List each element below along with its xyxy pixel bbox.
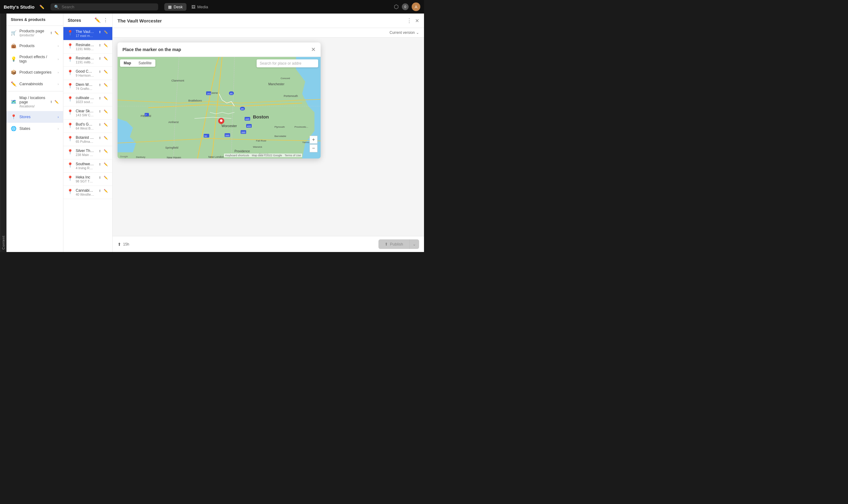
store-item-13[interactable]: 📍 Cannabis Connection of ... 40 Westfiel… (64, 186, 112, 199)
map-dialog-close-button[interactable]: ✕ (311, 46, 316, 53)
svg-text:Claremont: Claremont (172, 79, 184, 82)
store-up-icon-7[interactable]: ⬆ (98, 109, 102, 114)
svg-text:90: 90 (204, 135, 207, 138)
store-addr-6: 1023 southbridge st, worcest... (76, 100, 94, 104)
store-up-icon-2[interactable]: ⬆ (98, 43, 102, 48)
store-item-2[interactable]: 📍 Resinate worcester rec 1191 Millbury S… (64, 40, 112, 54)
more-options-icon[interactable]: ⋮ (407, 17, 412, 24)
store-edit-icon-6[interactable]: ✏️ (103, 96, 109, 101)
brand-edit-icon[interactable]: ✏️ (39, 5, 44, 9)
edit-icon[interactable]: ✏️ (54, 31, 59, 35)
store-edit-icon-7[interactable]: ✏️ (103, 109, 109, 114)
store-edit-icon-4[interactable]: ✏️ (103, 69, 109, 74)
store-actions-6: ⬆ ✏️ (98, 96, 109, 101)
sidebar-item-product-effects[interactable]: 💡 Product effects / tags › (6, 52, 63, 67)
sidebar-item-stores[interactable]: 📍 Stores › (6, 111, 63, 123)
sidebar-item-map-locations[interactable]: 🗺️ Map / locations page /locations/ ⬆ ✏️ (6, 93, 63, 111)
store-edit-icon-13[interactable]: ✏️ (103, 188, 109, 194)
store-item-3[interactable]: 📍 Resinate Inc- Worcester 1191 millbury … (64, 54, 112, 67)
keyboard-shortcuts[interactable]: Keyboard shortcuts (225, 154, 249, 157)
publish-button[interactable]: ⬆ Publish (378, 239, 409, 249)
store-edit-icon-8[interactable]: ✏️ (103, 122, 109, 127)
store-item-8[interactable]: 📍 Bud's Goods & Provision... 64 West Boy… (64, 120, 112, 133)
sidebar-item-states[interactable]: 🌐 States › (6, 123, 63, 134)
sidebar-item-product-categories[interactable]: 📦 Product categories › (6, 67, 63, 78)
store-edit-icon-2[interactable]: ✏️ (103, 43, 109, 48)
store-edit-icon-10[interactable]: ✏️ (103, 149, 109, 154)
store-info-10: Silver Therapeutics 238 Main Street, Wil… (76, 149, 94, 157)
svg-text:Springfield: Springfield (165, 146, 178, 149)
publish-dropdown-button[interactable]: ⌄ (409, 239, 419, 249)
store-item-10[interactable]: 📍 Silver Therapeutics 238 Main Street, W… (64, 146, 112, 159)
store-pin-icon-9: 📍 (67, 136, 73, 142)
search-bar[interactable]: 🔍 (51, 3, 158, 11)
store-edit-icon-9[interactable]: ✏️ (103, 136, 109, 141)
svg-text:95: 95 (241, 108, 244, 110)
tab-desk[interactable]: ▦ Desk (164, 3, 186, 11)
store-edit-icon-1[interactable]: ✏️ (103, 30, 109, 35)
edit-icon-2[interactable]: ✏️ (54, 100, 59, 104)
sidebar-item-products-page[interactable]: 🛒 Products page /products/ ⬆ ✏️ (6, 26, 63, 40)
store-pin-icon-3: 📍 (67, 56, 73, 62)
sidebar-item-products[interactable]: 👜 Products › (6, 40, 63, 52)
store-up-icon-4[interactable]: ⬆ (98, 69, 102, 74)
store-item-6[interactable]: 📍 cultivate Worcester 1023 southbridge s… (64, 93, 112, 106)
avatar[interactable]: A (412, 2, 420, 11)
search-input[interactable] (61, 5, 155, 9)
store-up-icon-10[interactable]: ⬆ (98, 149, 102, 154)
tab-map[interactable]: Map (120, 59, 135, 67)
store-item-1[interactable]: 📍 The Vault Worcester 17 east mountain s… (64, 27, 112, 40)
store-info-6: cultivate Worcester 1023 southbridge st,… (76, 96, 94, 104)
tab-media[interactable]: 🖼 Media (188, 3, 212, 11)
version-selector[interactable]: Current version ⌄ (390, 31, 419, 35)
up-arrow-icon[interactable]: ⬆ (50, 31, 53, 35)
store-up-icon-3[interactable]: ⬆ (98, 56, 102, 61)
sidebar-label-product-effects: Product effects / tags (19, 55, 54, 64)
store-up-icon-8[interactable]: ⬆ (98, 122, 102, 127)
store-item-7[interactable]: 📍 Clear Sky Worcester 143 SW Cuttoff, Wo… (64, 106, 112, 120)
store-edit-icon-3[interactable]: ✏️ (103, 56, 109, 61)
store-addr-3: 1191 millbury st, Worcester, M... (76, 60, 94, 64)
store-up-icon-6[interactable]: ⬆ (98, 96, 102, 101)
stores-more-icon[interactable]: ⋮ (103, 17, 108, 23)
stores-edit-icon[interactable]: ✏️ (94, 17, 101, 23)
terms-link[interactable]: Terms of Use (285, 154, 301, 157)
store-up-icon-12[interactable]: ⬆ (98, 175, 102, 180)
store-item-9[interactable]: 📍 Botanist - Worcester 65 Pullman Street… (64, 133, 112, 146)
lightbulb-icon: 💡 (11, 56, 16, 62)
box-icon-button[interactable]: ⬡ (394, 3, 399, 10)
store-name-9: Botanist - Worcester (76, 136, 94, 140)
store-up-icon-9[interactable]: ⬆ (98, 136, 102, 141)
map-search-input[interactable]: Search for place or addre (257, 59, 318, 67)
sidebar-item-cannabinoids[interactable]: ✏️ Cannabinoids › (6, 78, 63, 90)
up-arrow-icon-2[interactable]: ⬆ (50, 100, 53, 104)
store-pin-icon-6: 📍 (67, 96, 73, 102)
store-up-icon-5[interactable]: ⬆ (98, 83, 102, 88)
stores-panel-title: Stores (68, 18, 81, 23)
version-bar: Current version ⌄ (113, 28, 424, 38)
chevron-down-icon: ⌄ (416, 31, 419, 35)
store-item-4[interactable]: 📍 Good Chemistry REC 9 Harrison St, Worc… (64, 67, 112, 80)
close-icon[interactable]: ✕ (415, 18, 419, 24)
store-addr-7: 143 SW Cuttoff, Worcester, M... (76, 113, 94, 117)
zoom-out-button[interactable]: − (309, 144, 318, 152)
svg-text:Manchester: Manchester (268, 83, 285, 86)
store-edit-icon-11[interactable]: ✏️ (103, 162, 109, 167)
store-item-5[interactable]: 📍 Diem Worcester 74 Grafton St, Worceste… (64, 80, 112, 93)
store-name-4: Good Chemistry REC (76, 69, 94, 74)
store-pin-icon-2: 📍 (67, 43, 73, 49)
notification-badge[interactable]: 0 (402, 3, 409, 10)
store-item-11[interactable]: 📍 Southwest Alternative C... 4 Irving Ro… (64, 159, 112, 173)
store-edit-icon-5[interactable]: ✏️ (103, 83, 109, 88)
store-up-icon-11[interactable]: ⬆ (98, 162, 102, 167)
store-up-icon-13[interactable]: ⬆ (98, 188, 102, 194)
zoom-in-button[interactable]: + (309, 136, 318, 144)
store-pin-icon-1: 📍 (67, 30, 73, 36)
globe-icon: 🌐 (11, 126, 16, 131)
store-item-12[interactable]: 📍 Heka Inc 98 SGT TM Dion, Westfield, ..… (64, 173, 112, 186)
store-addr-1: 17 east mountain st, worceste... (76, 34, 94, 38)
tab-satellite[interactable]: Satellite (135, 59, 156, 67)
box-icon: 📦 (11, 70, 16, 75)
store-edit-icon-12[interactable]: ✏️ (103, 175, 109, 180)
store-up-icon-1[interactable]: ⬆ (98, 30, 102, 35)
